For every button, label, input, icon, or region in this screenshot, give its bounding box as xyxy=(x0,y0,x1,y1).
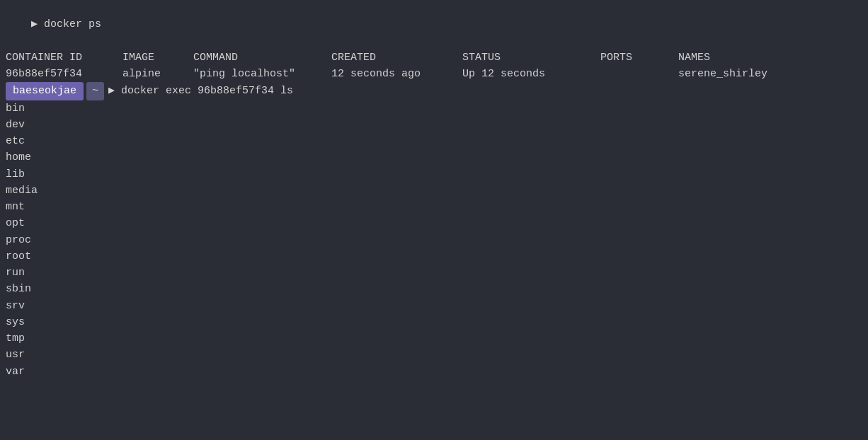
docker-ps-cmd: docker ps xyxy=(44,18,101,30)
list-item: media xyxy=(0,183,868,199)
tab-label: baeseokjae xyxy=(6,82,84,100)
header-names: NAMES xyxy=(678,50,710,66)
prompt-line[interactable]: baeseokjae ~ ▶ docker exec 96b88ef57f34 … xyxy=(0,82,868,100)
table-data-row: 96b88ef57f34 alpine "ping localhost" 12 … xyxy=(0,66,868,82)
cell-image: alpine xyxy=(122,66,193,82)
header-created: CREATED xyxy=(331,50,462,66)
list-item: etc xyxy=(0,133,868,149)
list-item: mnt xyxy=(0,199,868,215)
cell-status: Up 12 seconds xyxy=(462,66,600,82)
list-item: usr xyxy=(0,347,868,363)
header-status: STATUS xyxy=(462,50,600,66)
exec-cmd-prompt: ▶ docker exec 96b88ef57f34 ls xyxy=(108,83,293,99)
cell-command: "ping localhost" xyxy=(193,66,331,82)
tilde-indicator: ~ xyxy=(86,82,104,100)
cell-ports xyxy=(600,66,678,82)
cell-container-id: 96b88ef57f34 xyxy=(6,66,122,82)
cell-names: serene_shirley xyxy=(678,66,767,82)
list-item: sbin xyxy=(0,281,868,297)
header-command: COMMAND xyxy=(193,50,331,66)
prompt-arrow: ▶ xyxy=(108,85,121,97)
header-image: IMAGE xyxy=(122,50,193,66)
list-item: opt xyxy=(0,215,868,231)
cell-created: 12 seconds ago xyxy=(331,66,462,82)
header-ports: PORTS xyxy=(600,50,678,66)
exec-cmd-text: docker exec 96b88ef57f34 ls xyxy=(121,85,293,97)
docker-ps-prompt: ▶ xyxy=(31,18,44,30)
list-item: lib xyxy=(0,166,868,183)
list-item: home xyxy=(0,149,868,166)
table-header-row: CONTAINER ID IMAGE COMMAND CREATED STATU… xyxy=(0,50,868,66)
list-item: proc xyxy=(0,232,868,248)
ls-output: bindevetchomelibmediamntoptprocrootrunsb… xyxy=(0,100,868,380)
list-item: sys xyxy=(0,314,868,330)
header-container-id: CONTAINER ID xyxy=(6,50,122,66)
list-item: bin xyxy=(0,100,868,117)
list-item: run xyxy=(0,265,868,281)
list-item: var xyxy=(0,364,868,380)
list-item: root xyxy=(0,248,868,265)
list-item: srv xyxy=(0,298,868,314)
docker-ps-line: ▶ docker ps xyxy=(0,0,868,50)
list-item: tmp xyxy=(0,330,868,347)
terminal: ▶ docker ps CONTAINER ID IMAGE COMMAND C… xyxy=(0,0,868,380)
list-item: dev xyxy=(0,117,868,133)
